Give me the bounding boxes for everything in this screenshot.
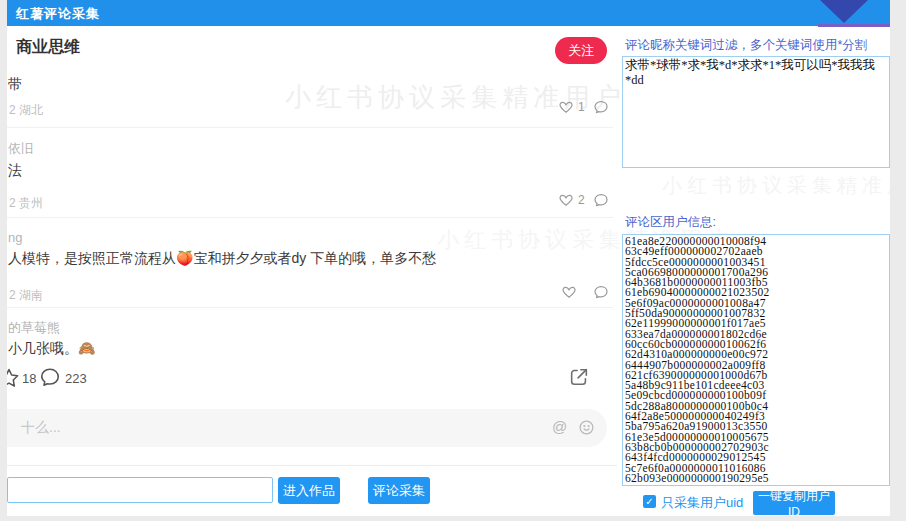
title-bar: 红薯评论采集 (7, 0, 890, 26)
collect-comments-button[interactable]: 评论采集 (368, 477, 430, 504)
comment-username: ng (8, 230, 22, 245)
comments-count: 223 (65, 371, 87, 386)
comment-text: 法 (8, 162, 22, 180)
comments-bubble-icon[interactable] (39, 366, 61, 392)
collect-count: 18 (22, 371, 36, 386)
divider (7, 217, 613, 218)
app-window: 红薯评论采集 小红书协议采集精准用户 小红书协议采集精准用户 小红书协议采集精准… (7, 0, 890, 516)
mention-at-icon[interactable]: @ (552, 418, 567, 435)
comment-text: 带 (8, 76, 22, 94)
user-info-label: 评论区用户信息: (625, 214, 716, 231)
uid-only-checkbox[interactable]: ✓ (643, 495, 656, 508)
comment-text: 小几张哦。🙈 (8, 340, 95, 358)
reply-bubble-icon[interactable] (593, 99, 609, 119)
user-ids-textarea[interactable]: 61ea8e220000000010008f94 63c49eff0000000… (622, 234, 890, 486)
enter-note-button[interactable]: 进入作品 (278, 477, 340, 504)
divider (7, 127, 613, 128)
keyword-filter-label: 评论昵称关键词过滤，多个关键词使用*分割 (625, 37, 867, 54)
desktop-background: 红薯评论采集 小红书协议采集精准用户 小红书协议采集精准用户 小红书协议采集精准… (0, 0, 906, 521)
reply-bubble-icon[interactable] (593, 284, 609, 304)
collect-star-icon[interactable] (7, 367, 20, 393)
divider (7, 465, 617, 466)
like-heart-icon[interactable] (558, 99, 574, 119)
note-url-input[interactable] (7, 477, 273, 503)
watermark-text: 小红书协议采集精准用户 (662, 172, 890, 199)
comment-meta: 2 湖北 (9, 102, 43, 119)
comment-text: 人模特，是按照正常流程从🍑宝和拼夕夕或者dy 下单的哦，单多不愁 (8, 250, 436, 268)
comment-username: 的草莓熊 (8, 319, 60, 337)
comment-input[interactable]: 十么... @ (7, 409, 607, 447)
emoji-smiley-icon[interactable] (578, 419, 595, 440)
divider (7, 307, 613, 308)
share-external-link-icon[interactable] (568, 366, 590, 392)
like-count: 2 (578, 193, 585, 207)
keyword-filter-textarea[interactable]: 求带*球带*求*我*d*求求*1*我可以吗*我我我*dd (622, 56, 890, 168)
app-title: 红薯评论采集 (16, 5, 100, 23)
corner-ribbon-icon (820, 0, 868, 23)
comment-meta: 2 贵州 (9, 195, 43, 212)
corner-ribbon-underline (818, 24, 890, 27)
uid-only-label[interactable]: 只采集用户uid (661, 494, 743, 512)
comment-meta: 2 湖南 (9, 287, 43, 304)
copy-user-ids-button[interactable]: 一键复制用户ID (753, 491, 835, 515)
like-count: 1 (578, 100, 585, 114)
follow-button[interactable]: 关注 (555, 37, 607, 64)
page-title: 商业思维 (16, 37, 80, 58)
comment-input-placeholder: 十么... (21, 419, 61, 437)
comment-username: 依旧 (8, 140, 34, 158)
like-heart-icon[interactable] (561, 284, 577, 304)
watermark-text: 小红书协议采集精准用户 (285, 80, 626, 115)
reply-bubble-icon[interactable] (593, 192, 609, 212)
like-heart-icon[interactable] (558, 192, 574, 212)
